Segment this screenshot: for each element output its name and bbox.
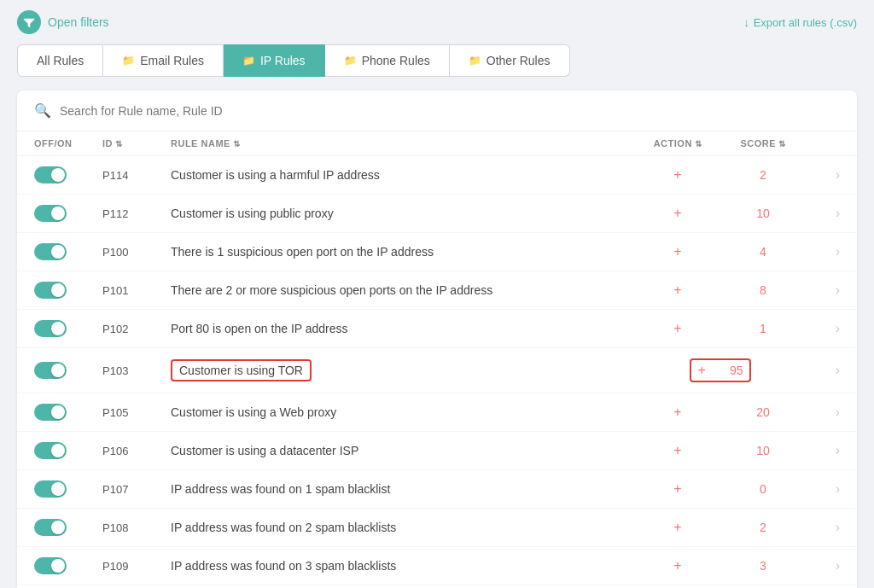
toggle-thumb	[51, 245, 65, 259]
tab-email-rules[interactable]: 📁 Email Rules	[103, 44, 224, 77]
row-chevron[interactable]: ›	[806, 244, 840, 259]
toggle-thumb	[51, 283, 65, 297]
col-header-action[interactable]: ACTION ⇅	[635, 138, 720, 148]
action-value: +	[635, 282, 720, 298]
row-chevron[interactable]: ›	[806, 558, 840, 573]
toggle-track	[34, 166, 67, 183]
sort-icon-action: ⇅	[695, 139, 702, 148]
col-header-rulename[interactable]: RULE NAME ⇅	[171, 138, 635, 148]
row-chevron[interactable]: ›	[806, 443, 840, 458]
table-row: P102 Port 80 is open on the IP address +…	[17, 310, 857, 348]
table-row: P114 Customer is using a harmful IP addr…	[17, 156, 857, 195]
tab-other-rules-label: Other Rules	[487, 54, 551, 67]
toggle-cell	[34, 442, 102, 459]
rule-id: P107	[102, 483, 171, 496]
toggle-thumb	[51, 521, 65, 534]
rule-id: P103	[102, 364, 171, 377]
toggle-switch[interactable]	[34, 243, 67, 260]
toggle-switch[interactable]	[34, 557, 67, 574]
rule-id: P106	[102, 445, 171, 457]
toggle-switch[interactable]	[34, 404, 67, 421]
toggle-track	[34, 243, 67, 260]
action-value: +	[698, 363, 706, 378]
open-filters-button[interactable]: Open filters	[17, 10, 109, 34]
action-value: +	[635, 481, 720, 497]
rule-name: Customer is using a Web proxy	[171, 405, 635, 419]
rule-name: IP address was found on 2 spam blacklist…	[171, 521, 635, 534]
toggle-cell	[34, 243, 102, 260]
tab-phone-rules-label: Phone Rules	[362, 54, 430, 67]
toggle-thumb	[51, 207, 65, 220]
toggle-cell	[34, 404, 102, 421]
action-value: +	[635, 405, 720, 420]
tab-all-rules-label: All Rules	[37, 54, 84, 67]
toggle-switch[interactable]	[34, 205, 67, 222]
toggle-switch[interactable]	[34, 442, 67, 459]
toggle-thumb	[51, 168, 65, 182]
row-chevron[interactable]: ›	[806, 363, 840, 378]
tab-ip-rules[interactable]: 📁 IP Rules	[224, 44, 325, 77]
score-value: 8	[720, 283, 806, 297]
rule-name-highlighted: Customer is using TOR	[171, 359, 312, 381]
action-value: +	[635, 167, 720, 183]
sort-icon-score: ⇅	[778, 139, 786, 148]
col-header-score[interactable]: SCORE ⇅	[720, 138, 806, 148]
table-row: P101 There are 2 or more suspicious open…	[17, 271, 857, 310]
rule-name: There are 2 or more suspicious open port…	[171, 283, 635, 297]
export-button[interactable]: ↓ Export all rules (.csv)	[743, 16, 857, 29]
toggle-track	[34, 442, 67, 459]
toggle-switch[interactable]	[34, 166, 67, 183]
action-value: +	[635, 244, 720, 259]
toggle-switch[interactable]	[34, 320, 67, 337]
toggle-track	[34, 519, 67, 536]
row-chevron[interactable]: ›	[806, 167, 840, 183]
sort-icon-id: ⇅	[115, 139, 123, 148]
toggle-switch[interactable]	[34, 519, 67, 536]
content-area: 🔍 OFF/ON ID ⇅ RULE NAME ⇅ ACTION ⇅ SCORE…	[17, 90, 857, 588]
toggle-track	[34, 282, 67, 299]
toggle-switch[interactable]	[34, 282, 67, 299]
score-value: 10	[720, 444, 806, 457]
toggle-cell	[34, 557, 102, 574]
toggle-switch[interactable]	[34, 362, 67, 379]
download-icon: ↓	[743, 16, 749, 29]
score-value: 1	[720, 322, 806, 335]
action-value: +	[635, 520, 720, 535]
rule-id: P114	[102, 169, 171, 182]
score-value: 0	[720, 482, 806, 496]
rule-id: P112	[102, 207, 171, 220]
rule-name: Customer is using a datacenter ISP	[171, 444, 635, 457]
toggle-track	[34, 362, 67, 379]
search-input[interactable]	[60, 104, 840, 118]
tab-other-rules[interactable]: 📁 Other Rules	[450, 44, 570, 77]
col-header-id[interactable]: ID ⇅	[102, 138, 171, 148]
row-chevron[interactable]: ›	[806, 321, 840, 336]
table-row: P112 Customer is using public proxy + 10…	[17, 195, 857, 233]
row-chevron[interactable]: ›	[806, 206, 840, 221]
table-row: P105 Customer is using a Web proxy + 20 …	[17, 393, 857, 432]
toggle-switch[interactable]	[34, 480, 67, 498]
toggle-track	[34, 557, 67, 574]
row-chevron[interactable]: ›	[806, 520, 840, 535]
tab-phone-rules[interactable]: 📁 Phone Rules	[325, 44, 450, 77]
rule-name: Port 80 is open on the IP address	[171, 322, 635, 335]
tab-all-rules[interactable]: All Rules	[17, 44, 103, 77]
rule-name: IP address was found on 1 spam blacklist	[171, 482, 635, 496]
toggle-cell	[34, 519, 102, 536]
score-value: 2	[720, 521, 806, 534]
row-chevron[interactable]: ›	[806, 405, 840, 420]
row-chevron[interactable]: ›	[806, 481, 840, 497]
toggle-track	[34, 320, 67, 337]
rule-id: P102	[102, 323, 171, 335]
score-value: 95	[730, 364, 743, 377]
table-row: P107 IP address was found on 1 spam blac…	[17, 470, 857, 509]
table-row: P100 There is 1 suspicious open port on …	[17, 233, 857, 271]
toggle-track	[34, 404, 67, 421]
action-cell: + 95	[635, 358, 806, 382]
score-value: 3	[720, 559, 806, 573]
rule-name: IP address was found on 3 spam blacklist…	[171, 559, 635, 573]
rule-id: P105	[102, 406, 171, 419]
toggle-cell	[34, 205, 102, 222]
filter-icon	[17, 10, 41, 34]
row-chevron[interactable]: ›	[806, 282, 840, 298]
